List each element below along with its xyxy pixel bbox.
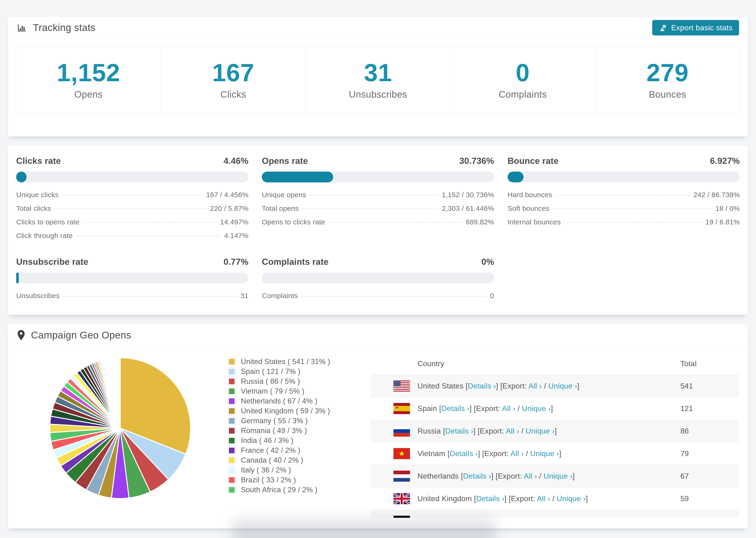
- details-link[interactable]: Details ›: [441, 404, 469, 413]
- column-header-total: Total: [680, 353, 739, 375]
- details-link[interactable]: Details ›: [476, 494, 504, 503]
- country-total: 541: [680, 375, 739, 397]
- geo-table-row-united-states: United States [Details ›] [Export: All ›…: [371, 375, 739, 397]
- export-unique-link[interactable]: Unique ›: [534, 517, 563, 518]
- legend-swatch: [228, 447, 236, 455]
- rate-detail-row-opens-to-clicks-rate: Opens to clicks rate 689.82%: [262, 218, 494, 232]
- export-unique-link[interactable]: Unique ›: [522, 404, 551, 413]
- legend-label: Netherlands ( 67 / 4% ): [241, 397, 317, 405]
- legend-label: Vietnam ( 79 / 5% ): [241, 387, 304, 396]
- rate-title: Complaints rate: [262, 257, 328, 267]
- legend-swatch: [228, 387, 236, 395]
- dotted-leader: [301, 296, 487, 296]
- geo-content: United States ( 541 / 31% ) Spain ( 121 …: [8, 347, 748, 518]
- rate-block-clicks-rate: Clicks rate 4.46% Unique clicks 167 / 4.…: [16, 156, 248, 245]
- rates-card: Clicks rate 4.46% Unique clicks 167 / 4.…: [8, 145, 748, 315]
- legend-item-netherlands: Netherlands ( 67 / 4% ): [228, 396, 371, 406]
- column-header-country: Country: [371, 353, 680, 375]
- dotted-leader: [564, 222, 702, 223]
- summary-stat-complaints: 0 Complaints: [450, 47, 595, 113]
- export-unique-link[interactable]: Unique ›: [544, 472, 572, 480]
- summary-stat-unsubscribes: 31 Unsubscribes: [305, 47, 451, 113]
- export-all-link[interactable]: All ›: [502, 404, 515, 413]
- rate-title: Opens rate: [262, 156, 308, 166]
- rate-block-bounce-rate: Bounce rate 6.927% Hard bounces 242 / 86…: [508, 156, 740, 245]
- export-all-link[interactable]: All ›: [514, 517, 527, 518]
- geo-table-row-spain: Spain [Details ›] [Export: All › / Uniqu…: [371, 397, 739, 420]
- export-all-link[interactable]: All ›: [511, 449, 524, 458]
- export-all-link[interactable]: All ›: [528, 382, 542, 390]
- dashboard-page: Tracking stats Export basic stats 1,152 …: [0, 0, 756, 538]
- geo-title: Campaign Geo Opens: [31, 330, 131, 341]
- export-unique-link[interactable]: Unique ›: [548, 382, 577, 390]
- export-unique-link[interactable]: Unique ›: [526, 427, 555, 435]
- rate-value: 0%: [482, 257, 494, 267]
- legend-swatch: [228, 427, 236, 435]
- progress-fill: [16, 273, 19, 283]
- legend-label: France ( 42 / 2% ): [241, 446, 300, 455]
- export-all-link[interactable]: All ›: [524, 472, 537, 480]
- legend-item-brazil: Brazil ( 33 / 2% ): [228, 475, 371, 485]
- legend-item-vietnam: Vietnam ( 79 / 5% ): [228, 386, 371, 396]
- country-name: Germany: [417, 517, 449, 518]
- rate-value: 4.46%: [224, 156, 248, 166]
- legend-label: Canada ( 40 / 2% ): [241, 456, 303, 464]
- details-link[interactable]: Details ›: [445, 427, 473, 435]
- geo-table-row-netherlands: Netherlands [Details ›] [Export: All › /…: [371, 465, 739, 487]
- progress-fill: [16, 172, 27, 183]
- dotted-leader: [302, 209, 439, 209]
- export-basic-stats-button[interactable]: Export basic stats: [652, 20, 739, 35]
- country-total: 79: [680, 442, 739, 465]
- legend-swatch: [228, 466, 236, 474]
- stat-label: Opens: [75, 89, 103, 100]
- country-total: 86: [680, 420, 739, 442]
- geo-header: Campaign Geo Opens: [8, 324, 748, 346]
- export-unique-link[interactable]: Unique ›: [557, 494, 585, 503]
- details-link[interactable]: Details ›: [450, 449, 478, 458]
- export-icon: [659, 24, 667, 32]
- rate-detail-row-internal-bounces: Internal bounces 19 / 6.81%: [508, 218, 740, 232]
- details-link[interactable]: Details ›: [463, 472, 491, 480]
- legend-swatch: [228, 407, 236, 415]
- geo-table-row-germany: Germany [Details ›] [Export: All › / Uni…: [371, 510, 739, 518]
- country-total: 55: [680, 510, 739, 518]
- stat-label: Complaints: [499, 89, 547, 100]
- divider: [8, 39, 748, 39]
- geo-table: Country Total United States [Details ›] …: [371, 353, 739, 518]
- details-link[interactable]: Details ›: [453, 517, 481, 518]
- geo-table-row-united-kingdom: United Kingdom [Details ›] [Export: All …: [371, 487, 739, 510]
- export-all-link[interactable]: All ›: [506, 427, 519, 435]
- rate-title: Unsubscribe rate: [16, 257, 88, 267]
- stat-value: 31: [364, 60, 392, 85]
- stat-label: Unsubscribes: [349, 89, 407, 100]
- flag-us-icon: [394, 381, 410, 392]
- legend-label: Germany ( 55 / 3% ): [241, 417, 308, 425]
- legend-swatch: [228, 368, 236, 376]
- export-unique-link[interactable]: Unique ›: [530, 449, 559, 458]
- geo-pie-chart: [47, 355, 193, 501]
- legend-item-germany: Germany ( 55 / 3% ): [228, 416, 371, 426]
- legend-item-south-africa: South Africa ( 29 / 2% ): [228, 485, 371, 495]
- details-link[interactable]: Details ›: [468, 382, 496, 390]
- geo-table-row-vietnam: Vietnam [Details ›] [Export: All › / Uni…: [371, 442, 739, 465]
- legend-swatch: [228, 397, 236, 405]
- legend-label: United Kingdom ( 59 / 3% ): [241, 407, 330, 415]
- legend-item-spain: Spain ( 121 / 7% ): [228, 367, 371, 377]
- rate-detail-row-clicks-to-opens-rate: Clicks to opens rate 14.497%: [16, 218, 248, 232]
- stat-label: Clicks: [220, 89, 246, 100]
- summary-stat-clicks: 167 Clicks: [161, 47, 306, 113]
- country-total: 67: [680, 465, 739, 487]
- legend-item-russia: Russia ( 86 / 5% ): [228, 377, 371, 386]
- rate-title: Clicks rate: [16, 156, 61, 166]
- export-all-link[interactable]: All ›: [537, 494, 550, 503]
- rate-block-unsubscribe-rate: Unsubscribe rate 0.77% Unsubscribes 31: [16, 257, 248, 305]
- legend-label: India ( 46 / 3% ): [241, 436, 294, 445]
- dotted-leader: [328, 222, 462, 223]
- progress-fill: [262, 172, 333, 183]
- legend-item-india: India ( 46 / 3% ): [228, 436, 371, 446]
- country-total: 59: [680, 487, 739, 510]
- summary-stat-opens: 1,152 Opens: [16, 47, 161, 113]
- stat-label: Bounces: [649, 89, 686, 100]
- rate-detail-row-hard-bounces: Hard bounces 242 / 86.738%: [508, 191, 740, 204]
- legend-swatch: [228, 486, 236, 494]
